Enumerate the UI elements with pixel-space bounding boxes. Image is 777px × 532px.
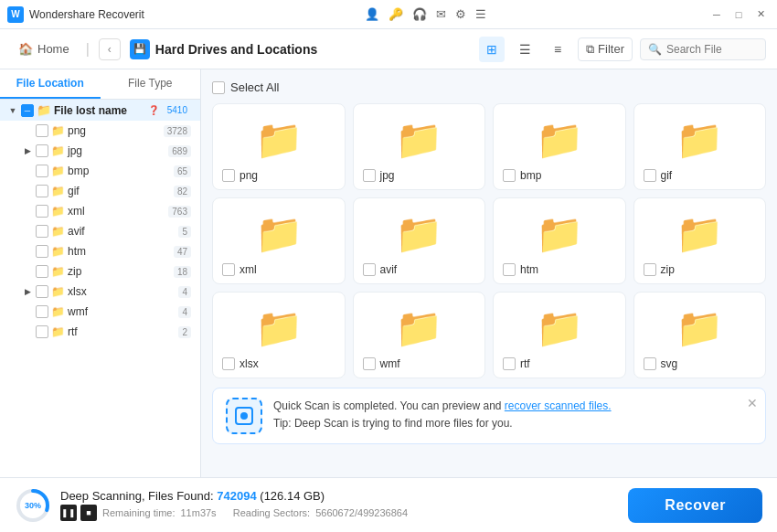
close-button[interactable]: ✕ xyxy=(751,5,770,24)
tree-item-xlsx[interactable]: ▶ 📁 xlsx 4 xyxy=(15,282,200,302)
tree-check-avif[interactable] xyxy=(36,225,48,238)
view-detail-button[interactable]: ≡ xyxy=(545,37,570,62)
file-card-avif[interactable]: 📁 avif xyxy=(353,197,486,284)
root-help-icon[interactable]: ❓ xyxy=(148,105,159,115)
file-card-gif[interactable]: 📁 gif xyxy=(633,103,767,190)
tree-item-zip[interactable]: 📁 zip 18 xyxy=(15,261,200,282)
user-icon[interactable]: 👤 xyxy=(365,7,379,21)
view-grid-button[interactable]: ⊞ xyxy=(479,37,505,62)
tab-file-type[interactable]: File Type xyxy=(101,69,201,99)
file-card-htm[interactable]: 📁 htm xyxy=(493,197,626,284)
filter-button[interactable]: ⧉ Filter xyxy=(578,37,633,61)
file-check-png[interactable] xyxy=(222,169,235,182)
tree-item-png[interactable]: 📁 png 3728 xyxy=(15,121,200,141)
tree-label-avif: avif xyxy=(68,225,176,238)
file-check-bmp[interactable] xyxy=(503,169,516,182)
tree-folder-wmf-icon: 📁 xyxy=(51,305,65,318)
file-card-bmp[interactable]: 📁 bmp xyxy=(493,103,626,190)
file-check-zip[interactable] xyxy=(644,263,656,276)
notification-close-button[interactable]: ✕ xyxy=(747,396,758,410)
tree-root-item[interactable]: ▼ ─ 📁 File lost name ❓ 5410 xyxy=(0,100,200,121)
tree-item-wmf[interactable]: 📁 wmf 4 xyxy=(15,302,200,322)
file-card-zip[interactable]: 📁 zip xyxy=(633,197,767,284)
file-label-bmp: bmp xyxy=(520,169,541,182)
file-card-xml[interactable]: 📁 xml xyxy=(212,197,346,284)
file-check-svg[interactable] xyxy=(644,357,656,370)
key-icon[interactable]: 🔑 xyxy=(388,7,403,21)
tab-file-location[interactable]: File Location xyxy=(0,69,101,99)
scan-subtitle: ❚❚ ■ Remaining time: 11m37s Reading Sect… xyxy=(60,505,408,521)
tree-toggle-root[interactable]: ▼ xyxy=(7,105,18,116)
tree-label-xml: xml xyxy=(68,205,165,218)
tree-folder-avif-icon: 📁 xyxy=(51,225,65,238)
select-all-checkbox[interactable] xyxy=(212,81,225,94)
file-label-wmf: wmf xyxy=(380,357,400,370)
file-check-gif[interactable] xyxy=(644,169,656,182)
tree-check-png[interactable] xyxy=(36,124,48,137)
view-list-button[interactable]: ☰ xyxy=(512,37,538,62)
file-check-avif[interactable] xyxy=(363,263,376,276)
recover-scanned-link[interactable]: recover scanned files. xyxy=(505,399,612,412)
file-check-wmf[interactable] xyxy=(363,357,376,370)
tree-item-avif[interactable]: 📁 avif 5 xyxy=(15,221,200,241)
tree-check-rtf[interactable] xyxy=(36,325,48,338)
file-check-rtf[interactable] xyxy=(503,357,516,370)
tree-badge-png: 3728 xyxy=(164,125,191,137)
tree-check-gif[interactable] xyxy=(36,185,48,197)
file-card-xlsx[interactable]: 📁 xlsx xyxy=(212,292,346,378)
headset-icon[interactable]: 🎧 xyxy=(412,7,427,21)
title-bar: W Wondershare Recoverit 👤 🔑 🎧 ✉ ⚙ ☰ ─ □ … xyxy=(0,0,777,29)
tree-check-xlsx[interactable] xyxy=(36,285,48,298)
file-label-png: png xyxy=(239,169,258,182)
recover-button[interactable]: Recover xyxy=(628,488,762,523)
tree-item-jpg[interactable]: ▶ 📁 jpg 689 xyxy=(15,141,200,161)
home-button[interactable]: 🏠 Home xyxy=(11,38,77,59)
gear-icon[interactable]: ⚙ xyxy=(455,7,466,21)
maximize-button[interactable]: □ xyxy=(729,5,748,24)
window-controls: ─ □ ✕ xyxy=(708,5,770,24)
search-input[interactable] xyxy=(666,43,758,56)
file-check-xlsx[interactable] xyxy=(222,357,235,370)
folder-icon-zip: 📁 xyxy=(676,211,723,256)
tree-check-bmp[interactable] xyxy=(36,165,48,177)
title-icons: 👤 🔑 🎧 ✉ ⚙ ☰ xyxy=(365,7,486,21)
tree-toggle-xml xyxy=(22,206,33,217)
tree-item-gif[interactable]: 📁 gif 82 xyxy=(15,181,200,201)
home-label: Home xyxy=(37,42,69,56)
tree-folder-zip-icon: 📁 xyxy=(51,265,65,278)
tree-item-rtf[interactable]: 📁 rtf 2 xyxy=(15,322,200,342)
mail-icon[interactable]: ✉ xyxy=(436,7,446,21)
tree-check-root[interactable]: ─ xyxy=(21,104,34,117)
tree-check-jpg[interactable] xyxy=(36,144,48,157)
tree-toggle-jpg[interactable]: ▶ xyxy=(22,145,33,156)
tree-item-xml[interactable]: 📁 xml 763 xyxy=(15,201,200,221)
tree-toggle-bmp xyxy=(22,165,33,176)
minimize-button[interactable]: ─ xyxy=(708,5,726,24)
back-button[interactable]: ‹ xyxy=(99,38,121,60)
file-label-zip: zip xyxy=(661,263,675,276)
tree-check-htm[interactable] xyxy=(36,245,48,258)
app-logo: W xyxy=(7,6,24,23)
tree-item-htm[interactable]: 📁 htm 47 xyxy=(15,241,200,261)
stop-button[interactable]: ■ xyxy=(80,505,97,521)
tree-folder-rtf-icon: 📁 xyxy=(51,325,65,338)
file-card-png[interactable]: 📁 png xyxy=(212,103,346,190)
file-card-jpg[interactable]: 📁 jpg xyxy=(353,103,486,190)
file-card-wmf[interactable]: 📁 wmf xyxy=(353,292,486,378)
file-card-svg[interactable]: 📁 svg xyxy=(633,292,767,378)
menu-icon[interactable]: ☰ xyxy=(475,7,486,21)
tree-badge-rtf: 2 xyxy=(178,326,191,338)
file-check-htm[interactable] xyxy=(503,263,516,276)
file-check-jpg[interactable] xyxy=(363,169,376,182)
tree-check-xml[interactable] xyxy=(36,205,48,218)
file-check-xml[interactable] xyxy=(222,263,235,276)
file-card-rtf[interactable]: 📁 rtf xyxy=(493,292,626,378)
select-all-label: Select All xyxy=(230,80,279,94)
tree-item-bmp[interactable]: 📁 bmp 65 xyxy=(15,161,200,181)
tree-toggle-xlsx[interactable]: ▶ xyxy=(22,286,33,297)
tree-check-wmf[interactable] xyxy=(36,305,48,318)
pause-button[interactable]: ❚❚ xyxy=(60,505,77,521)
file-grid: 📁 png 📁 jpg 📁 bmp xyxy=(212,103,766,378)
folder-icon-wmf: 📁 xyxy=(395,305,442,350)
tree-check-zip[interactable] xyxy=(36,265,48,278)
